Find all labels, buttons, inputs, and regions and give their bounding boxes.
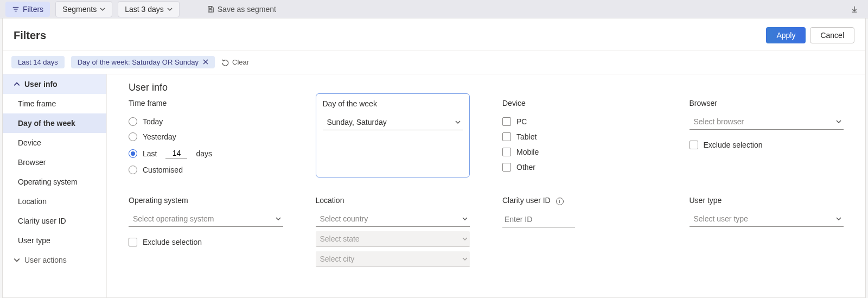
sidebar-item-time-frame[interactable]: Time frame: [3, 94, 106, 113]
sidebar-item-device[interactable]: Device: [3, 133, 106, 153]
modal-title: Filters: [14, 29, 46, 42]
chevron-down-icon: [276, 216, 281, 221]
sidebar-item-location[interactable]: Location: [3, 192, 106, 211]
save-as-segment-label: Save as segment: [218, 5, 276, 14]
radio-last-n-days[interactable]: Last days: [129, 144, 283, 162]
radio-customised-label: Customised: [143, 166, 183, 174]
download-icon[interactable]: [851, 5, 858, 13]
browser-exclude-label: Exclude selection: [704, 141, 763, 149]
clarity-id-text: Clarity user ID: [502, 196, 551, 205]
chevron-down-icon: [462, 236, 468, 242]
filters-toolbar-label: Filters: [23, 5, 43, 14]
cancel-button[interactable]: Cancel: [810, 27, 854, 43]
radio-customised[interactable]: Customised: [129, 162, 283, 177]
sidebar-item-user-type[interactable]: User type: [3, 231, 106, 250]
chevron-down-icon: [836, 216, 841, 221]
content-heading: User info: [129, 82, 844, 93]
filters-lines-icon: [12, 5, 20, 13]
browser-placeholder: Select browser: [694, 117, 744, 126]
clear-label: Clear: [232, 58, 249, 66]
filters-toolbar-button[interactable]: Filters: [5, 2, 50, 17]
clarity-id-label: Clarity user ID i: [502, 196, 657, 205]
sidebar-item-os[interactable]: Operating system: [3, 172, 106, 192]
checkbox-icon: [129, 238, 137, 246]
undo-icon: [221, 59, 229, 66]
sidebar-user-actions-label: User actions: [24, 256, 67, 264]
sidebar-section-user-info[interactable]: User info: [3, 74, 106, 94]
date-range-dropdown[interactable]: Last 3 days: [118, 1, 180, 17]
chevron-up-icon: [14, 81, 20, 87]
chip-label: Last 14 days: [18, 58, 58, 66]
save-icon: [207, 5, 214, 13]
check-mobile[interactable]: Mobile: [502, 144, 657, 160]
radio-yesterday[interactable]: Yesterday: [129, 129, 283, 144]
chevron-down-icon: [100, 7, 105, 12]
radio-icon: [129, 132, 137, 141]
checkbox-icon: [502, 132, 511, 141]
checkbox-icon: [502, 117, 511, 126]
svg-rect-4: [209, 9, 212, 11]
tablet-label: Tablet: [516, 132, 537, 141]
location-state-select: Select state: [316, 231, 470, 247]
chip-day-of-week[interactable]: Day of the week: Saturday OR Sunday: [71, 56, 215, 68]
sidebar-item-clarity-id[interactable]: Clarity user ID: [3, 211, 106, 231]
sidebar-item-browser[interactable]: Browser: [3, 153, 106, 172]
checkbox-icon: [690, 141, 698, 149]
check-os-exclude[interactable]: Exclude selection: [129, 234, 283, 250]
time-frame-label: Time frame: [129, 99, 283, 107]
other-label: Other: [516, 163, 535, 172]
chevron-down-icon: [462, 256, 468, 262]
clarity-id-input[interactable]: [502, 212, 575, 227]
chevron-down-icon: [836, 119, 841, 124]
user-type-label: User type: [690, 196, 844, 205]
user-type-placeholder: Select user type: [694, 214, 748, 223]
os-select[interactable]: Select operating system: [129, 211, 283, 227]
browser-label: Browser: [690, 99, 844, 107]
top-toolbar: Filters Segments Last 3 days Save as seg…: [0, 0, 868, 18]
radio-icon: [129, 149, 137, 158]
check-pc[interactable]: PC: [502, 114, 657, 129]
user-type-select[interactable]: Select user type: [690, 211, 844, 227]
last-n-days-input[interactable]: [165, 148, 187, 159]
check-tablet[interactable]: Tablet: [502, 129, 657, 144]
info-icon[interactable]: i: [556, 198, 564, 205]
sidebar-item-day-of-week[interactable]: Day of the week: [3, 113, 106, 133]
location-country-select[interactable]: Select country: [316, 211, 470, 227]
day-of-week-select[interactable]: Sunday, Saturday: [323, 115, 463, 130]
city-placeholder: Select city: [320, 255, 355, 263]
segments-label: Segments: [62, 5, 97, 14]
group-day-of-week: Day of the week Sunday, Saturday: [316, 93, 470, 177]
chevron-down-icon: [14, 257, 20, 263]
group-time-frame: Time frame Today Yesterday Last days: [129, 99, 283, 177]
group-user-type: User type Select user type: [690, 196, 844, 267]
checkbox-icon: [502, 163, 511, 172]
date-range-label: Last 3 days: [125, 5, 164, 14]
group-location: Location Select country Select state Sel…: [316, 196, 470, 267]
group-os: Operating system Select operating system…: [129, 196, 283, 267]
location-city-select: Select city: [316, 251, 470, 267]
browser-select[interactable]: Select browser: [690, 114, 844, 130]
filters-content: User info Time frame Today Yesterday: [107, 74, 865, 297]
os-exclude-label: Exclude selection: [143, 238, 202, 246]
mobile-label: Mobile: [516, 148, 539, 156]
group-clarity-id: Clarity user ID i: [502, 196, 657, 267]
close-icon[interactable]: [203, 58, 208, 66]
svg-rect-3: [209, 6, 211, 8]
radio-icon: [129, 166, 137, 174]
radio-yesterday-label: Yesterday: [143, 132, 176, 141]
day-of-week-label: Day of the week: [323, 99, 463, 108]
segments-dropdown[interactable]: Segments: [55, 1, 112, 17]
device-label: Device: [502, 99, 657, 107]
radio-today-label: Today: [143, 117, 163, 126]
filters-sidebar: User info Time frame Day of the week Dev…: [3, 74, 107, 297]
chip-last-14-days[interactable]: Last 14 days: [11, 56, 65, 68]
apply-button[interactable]: Apply: [766, 27, 806, 43]
check-other[interactable]: Other: [502, 160, 657, 175]
radio-today[interactable]: Today: [129, 114, 283, 129]
sidebar-section-user-actions[interactable]: User actions: [3, 250, 106, 270]
clear-filters-button[interactable]: Clear: [221, 58, 249, 66]
save-as-segment-button[interactable]: Save as segment: [200, 2, 283, 17]
location-label: Location: [316, 196, 470, 205]
check-browser-exclude[interactable]: Exclude selection: [690, 137, 844, 153]
chevron-down-icon: [167, 7, 173, 12]
